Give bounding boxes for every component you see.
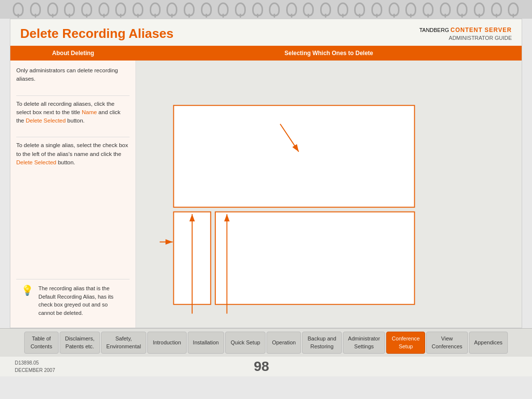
name-link: Name (82, 109, 97, 115)
spiral-coil (166, 2, 177, 16)
diagram-svg (146, 70, 512, 316)
delete-single-prefix: To delete a single alias, select the che… (16, 142, 128, 156)
footer-date: DECEMBER 2007 (15, 367, 55, 374)
spiral-coil (30, 2, 41, 16)
spiral-coil (405, 2, 416, 16)
brand-guide: ADMINISTRATOR GUIDE (419, 34, 512, 42)
spiral-coil (64, 2, 75, 16)
admin-only-label: Only administrators can delete recording… (16, 67, 118, 82)
spiral-coil (269, 2, 280, 16)
divider-2 (16, 137, 130, 137)
page-title: Delete Recording Aliases (20, 26, 173, 41)
spiral-coil (150, 2, 161, 16)
nav-disclaimers[interactable]: Disclaimers, Patents etc. (60, 332, 100, 354)
footer-page-number: 98 (254, 359, 269, 374)
main-container: Delete Recording Aliases TANDBERG CONTEN… (10, 19, 522, 328)
spiral-coil (47, 2, 58, 16)
spiral-coil (252, 2, 263, 16)
spiral-coil (81, 2, 92, 16)
nav-introduction[interactable]: Introduction (147, 332, 186, 354)
delete-selected-link-1: Delete Selected (26, 118, 66, 123)
page-footer: D13898.05 DECEMBER 2007 98 (0, 357, 532, 376)
spiral-coil (133, 2, 143, 16)
nav-installation[interactable]: Installation (188, 332, 225, 354)
nav-backup-restoring[interactable]: Backup and Restoring (302, 332, 341, 354)
svg-rect-0 (173, 105, 414, 207)
spiral-coil (508, 2, 519, 16)
delete-all-suffix: button. (66, 118, 84, 123)
spiral-coil (201, 2, 212, 16)
spiral-coil (320, 2, 331, 16)
delete-single-suffix: button. (56, 159, 75, 165)
nav-administrator-settings[interactable]: Administrator Settings (343, 332, 386, 354)
right-panel (136, 61, 522, 328)
nav-operation[interactable]: Operation (266, 332, 301, 354)
tab-headers: About Deleting Selecting Which Ones to D… (10, 46, 522, 61)
tip-lightbulb-icon: 💡 (21, 284, 33, 296)
brand-info: TANDBERG CONTENT SERVER ADMINISTRATOR GU… (419, 26, 512, 42)
spiral-coil (371, 2, 382, 16)
bottom-navigation: Table of Contents Disclaimers, Patents e… (0, 328, 532, 357)
spiral-coil (457, 2, 467, 16)
nav-table-of-contents[interactable]: Table of Contents (24, 332, 59, 354)
spiral-coil (354, 2, 365, 16)
spiral-coil (491, 2, 502, 16)
left-panel: Only administrators can delete recording… (10, 61, 136, 328)
footer-doc-id: D13898.05 (15, 359, 55, 367)
nav-appendices[interactable]: Appendices (469, 332, 508, 354)
spiral-coil (303, 2, 314, 16)
tab-selecting-which-ones[interactable]: Selecting Which Ones to Delete (136, 46, 522, 61)
delete-all-text: To delete all recording aliases, click t… (16, 100, 130, 125)
spiral-coil (286, 2, 297, 16)
divider-1 (16, 95, 130, 96)
nav-conference-setup[interactable]: Conference Setup (386, 332, 425, 354)
spiral-coil (218, 2, 229, 16)
spiral-coil (115, 2, 126, 16)
spiral-coil (474, 2, 485, 16)
tip-text: The recording alias that is the Default … (38, 284, 125, 317)
content-area: Only administrators can delete recording… (10, 61, 522, 328)
tab-about-deleting[interactable]: About Deleting (10, 46, 136, 61)
nav-safety[interactable]: Safety, Environmental (101, 332, 146, 354)
admin-only-text: Only administrators can delete recording… (16, 66, 130, 84)
spiral-coil (337, 2, 348, 16)
nav-quick-setup[interactable]: Quick Setup (225, 332, 266, 354)
spiral-coil (440, 2, 451, 16)
delete-selected-link-2: Delete Selected (16, 159, 56, 165)
spiral-coil (99, 2, 109, 16)
spiral-coil (235, 2, 246, 16)
spiral-coil (184, 2, 195, 16)
footer-doc-info: D13898.05 DECEMBER 2007 (15, 359, 55, 374)
brand-tandberg: TANDBERG (419, 27, 449, 33)
nav-view-conferences[interactable]: View Conferences (426, 332, 467, 354)
spiral-binding (0, 0, 532, 19)
delete-single-text: To delete a single alias, select the che… (16, 141, 130, 167)
tip-box: 💡 The recording alias that is the Defaul… (16, 279, 130, 322)
svg-rect-3 (215, 212, 414, 305)
spiral-coil (423, 2, 433, 16)
spiral-coil (13, 2, 24, 16)
spiral-coil (389, 2, 399, 16)
brand-content-server: CONTENT SERVER (451, 27, 512, 33)
page-header: Delete Recording Aliases TANDBERG CONTEN… (10, 19, 522, 46)
